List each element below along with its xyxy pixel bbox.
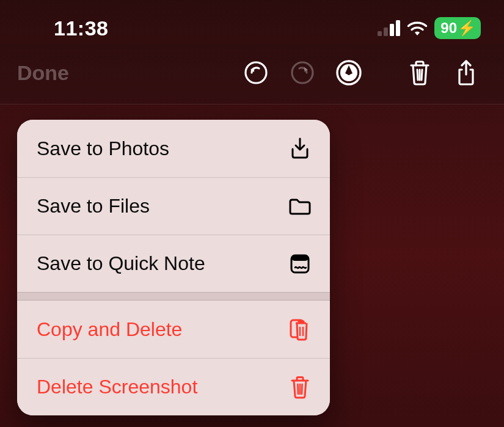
quick-note-icon bbox=[287, 251, 313, 277]
done-button[interactable]: Done bbox=[17, 61, 69, 85]
svg-point-1 bbox=[292, 62, 313, 83]
svg-line-7 bbox=[422, 70, 422, 80]
menu-item-label: Delete Screenshot bbox=[37, 376, 197, 398]
status-time: 11:38 bbox=[54, 16, 108, 40]
trash-icon bbox=[407, 59, 432, 86]
share-icon bbox=[454, 59, 478, 87]
markup-pen-button[interactable] bbox=[328, 57, 370, 88]
trash-button[interactable] bbox=[399, 57, 440, 88]
redo-button[interactable] bbox=[282, 57, 323, 88]
menu-item-label: Save to Photos bbox=[37, 137, 169, 160]
menu-item-save-to-photos[interactable]: Save to Photos bbox=[17, 120, 330, 177]
battery-percent: 90 bbox=[440, 20, 457, 37]
menu-item-copy-and-delete[interactable]: Copy and Delete bbox=[17, 301, 330, 358]
svg-line-13 bbox=[298, 384, 299, 394]
share-context-menu: Save to Photos Save to Files Save to Qui… bbox=[17, 120, 330, 415]
battery-indicator: 90 ⚡ bbox=[434, 17, 481, 39]
redo-icon bbox=[290, 60, 315, 86]
svg-line-5 bbox=[417, 70, 418, 80]
folder-icon bbox=[287, 194, 313, 219]
svg-point-0 bbox=[246, 62, 266, 83]
share-button[interactable] bbox=[445, 57, 487, 88]
charging-bolt-icon: ⚡ bbox=[458, 21, 476, 35]
menu-group-separator bbox=[17, 292, 330, 301]
status-bar: 11:38 90 ⚡ bbox=[0, 0, 504, 44]
download-to-tray-icon bbox=[287, 136, 313, 161]
status-indicators: 90 ⚡ bbox=[378, 17, 481, 39]
trash-icon bbox=[287, 374, 313, 400]
menu-item-label: Save to Quick Note bbox=[37, 252, 205, 275]
pen-tip-icon bbox=[335, 59, 363, 87]
wifi-icon bbox=[406, 20, 428, 37]
undo-icon bbox=[243, 60, 269, 86]
menu-item-delete-screenshot[interactable]: Delete Screenshot bbox=[17, 358, 330, 415]
undo-button[interactable] bbox=[235, 57, 277, 88]
menu-item-save-to-files[interactable]: Save to Files bbox=[17, 177, 330, 235]
markup-toolbar: Done bbox=[0, 44, 504, 104]
cellular-signal-icon bbox=[378, 20, 400, 36]
menu-item-label: Save to Files bbox=[37, 195, 150, 217]
svg-line-15 bbox=[302, 384, 302, 394]
menu-item-save-to-quick-note[interactable]: Save to Quick Note bbox=[17, 235, 330, 292]
clipboard-trash-icon bbox=[287, 316, 313, 342]
svg-rect-9 bbox=[291, 255, 309, 261]
menu-item-label: Copy and Delete bbox=[37, 318, 182, 341]
